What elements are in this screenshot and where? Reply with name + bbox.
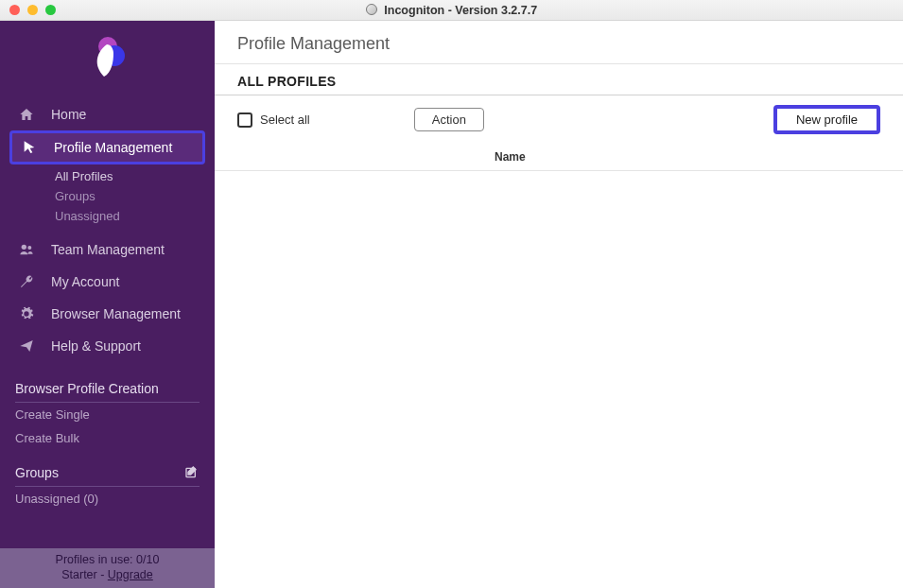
window-titlebar: Incogniton - Version 3.2.7.7: [0, 0, 903, 21]
paper-plane-icon: [19, 338, 36, 354]
globe-icon: [366, 4, 377, 15]
subnav-groups[interactable]: Groups: [55, 186, 215, 206]
sidebar-item-label: Home: [51, 107, 86, 122]
select-all-checkbox[interactable]: [237, 112, 252, 128]
sidebar-item-label: Profile Management: [54, 140, 172, 155]
select-all-label: Select all: [260, 112, 310, 127]
svg-point-2: [22, 245, 26, 250]
wrench-icon: [19, 274, 36, 289]
profile-management-subnav: All Profiles Groups Unassigned: [0, 164, 215, 233]
new-profile-button[interactable]: New profile: [773, 105, 880, 134]
section-header-label: Groups: [15, 465, 59, 480]
maximize-window-button[interactable]: [45, 5, 56, 15]
main-content: Profile Management ALL PROFILES Select a…: [215, 21, 903, 588]
plan-line: Starter - Upgrade: [0, 567, 215, 582]
edit-groups-icon[interactable]: [184, 465, 200, 480]
profiles-in-use-label: Profiles in use: 0/10: [0, 552, 215, 567]
upgrade-link[interactable]: Upgrade: [108, 568, 153, 581]
select-all-control[interactable]: Select all: [237, 112, 310, 128]
subnav-all-profiles[interactable]: All Profiles: [55, 166, 215, 186]
sidebar-item-label: Help & Support: [51, 338, 141, 354]
sidebar: Home Profile Management All Profiles Gro…: [0, 21, 215, 588]
sidebar-footer: Profiles in use: 0/10 Starter - Upgrade: [0, 548, 215, 589]
sidebar-nav: Home Profile Management All Profiles Gro…: [0, 95, 215, 366]
svg-point-3: [27, 246, 31, 250]
profiles-toolbar: Select all Action New profile: [215, 95, 903, 142]
section-header-label: Browser Profile Creation: [15, 381, 159, 396]
minimize-window-button[interactable]: [27, 5, 38, 15]
team-icon: [19, 242, 36, 257]
all-profiles-subheader: ALL PROFILES: [215, 64, 903, 95]
gear-icon: [19, 306, 36, 321]
window-controls: [0, 5, 56, 15]
profiles-table-body: [215, 171, 903, 588]
sidebar-item-home[interactable]: Home: [0, 98, 215, 130]
column-name-header: Name: [268, 150, 526, 164]
home-icon: [19, 107, 36, 122]
sidebar-item-help-support[interactable]: Help & Support: [0, 330, 215, 362]
sidebar-item-label: Browser Management: [51, 306, 181, 321]
section-groups: Groups Unassigned (0): [0, 459, 215, 510]
sidebar-item-label: Team Management: [51, 242, 165, 257]
section-profile-creation: Browser Profile Creation Create Single C…: [0, 375, 215, 450]
sidebar-item-team-management[interactable]: Team Management: [0, 233, 215, 266]
cursor-icon: [22, 140, 39, 155]
create-bulk-link[interactable]: Create Bulk: [15, 426, 200, 450]
group-unassigned-link[interactable]: Unassigned (0): [15, 487, 200, 510]
subnav-unassigned[interactable]: Unassigned: [55, 206, 215, 226]
sidebar-item-label: My Account: [51, 274, 119, 289]
action-button[interactable]: Action: [414, 108, 484, 131]
close-window-button[interactable]: [9, 5, 20, 15]
section-profile-creation-header: Browser Profile Creation: [15, 375, 200, 403]
page-title: Profile Management: [215, 21, 903, 64]
create-single-link[interactable]: Create Single: [15, 403, 200, 426]
sidebar-item-my-account[interactable]: My Account: [0, 266, 215, 298]
logo: [0, 21, 215, 95]
plan-name: Starter -: [61, 568, 108, 581]
sidebar-item-profile-management[interactable]: Profile Management: [9, 130, 205, 164]
section-groups-header: Groups: [15, 459, 200, 487]
window-title-text: Incogniton - Version 3.2.7.7: [384, 4, 537, 17]
window-title: Incogniton - Version 3.2.7.7: [0, 4, 903, 17]
profiles-table-header: Name: [215, 142, 903, 171]
all-profiles-heading: ALL PROFILES: [237, 74, 880, 89]
sidebar-item-browser-management[interactable]: Browser Management: [0, 298, 215, 330]
